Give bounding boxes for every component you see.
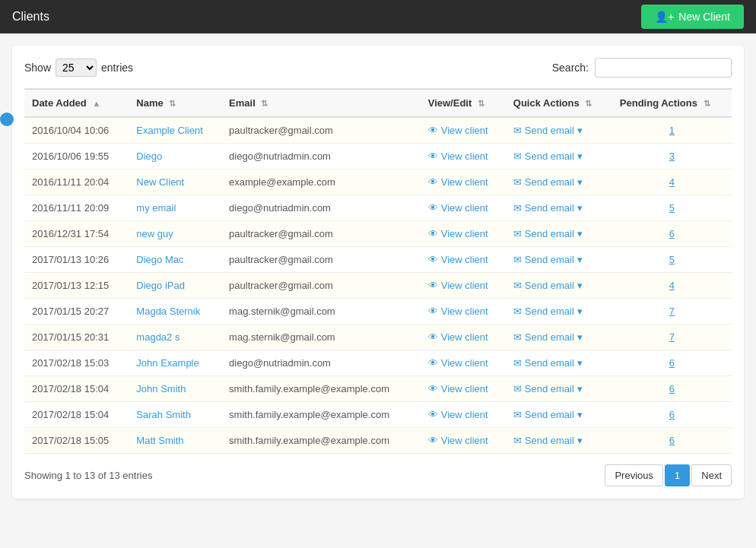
pending-count-link[interactable]: 6 bbox=[620, 383, 724, 394]
send-email-button[interactable]: ✉ Send email ▾ bbox=[513, 202, 583, 214]
client-name-link[interactable]: John Smith bbox=[136, 383, 186, 394]
client-name-link[interactable]: my email bbox=[136, 202, 176, 214]
send-email-button[interactable]: ✉ Send email ▾ bbox=[513, 409, 583, 420]
send-email-button[interactable]: ✉ Send email ▾ bbox=[513, 306, 583, 317]
view-client-button[interactable]: 👁 View client bbox=[428, 280, 488, 291]
col-pending-actions[interactable]: Pending Actions ⇅ bbox=[612, 89, 732, 117]
cell-view-edit: 👁 View client bbox=[421, 299, 506, 325]
pending-count-link[interactable]: 5 bbox=[620, 202, 724, 214]
client-name-link[interactable]: Diego iPad bbox=[136, 280, 185, 291]
dropdown-icon: ▾ bbox=[577, 306, 583, 317]
pending-count-link[interactable]: 5 bbox=[620, 254, 724, 265]
cell-date: 2016/11/11 20:09 bbox=[24, 195, 129, 221]
cell-date: 2017/01/13 12:15 bbox=[24, 273, 129, 299]
next-button[interactable]: Next bbox=[691, 464, 732, 486]
sidebar-indicator bbox=[0, 112, 14, 126]
entries-label: entries bbox=[101, 62, 133, 74]
client-name-link[interactable]: Diego Mac bbox=[136, 254, 183, 265]
send-email-button[interactable]: ✉ Send email ▾ bbox=[513, 125, 583, 136]
send-email-button[interactable]: ✉ Send email ▾ bbox=[513, 228, 583, 239]
view-client-button[interactable]: 👁 View client bbox=[428, 306, 488, 317]
eye-icon: 👁 bbox=[428, 306, 438, 317]
col-email[interactable]: Email ⇅ bbox=[221, 89, 421, 117]
cell-name: Example Client bbox=[129, 117, 221, 144]
send-email-button[interactable]: ✉ Send email ▾ bbox=[513, 280, 583, 291]
dropdown-icon: ▾ bbox=[577, 254, 583, 265]
col-quick-actions[interactable]: Quick Actions ⇅ bbox=[506, 89, 612, 117]
cell-pending-actions: 3 bbox=[612, 144, 732, 169]
view-client-button[interactable]: 👁 View client bbox=[428, 228, 488, 239]
send-email-button[interactable]: ✉ Send email ▾ bbox=[513, 254, 583, 265]
client-name-link[interactable]: Matt Smith bbox=[136, 435, 183, 446]
email-icon: ✉ bbox=[513, 409, 522, 420]
email-icon: ✉ bbox=[513, 357, 522, 369]
cell-view-edit: 👁 View client bbox=[421, 247, 506, 273]
send-email-button[interactable]: ✉ Send email ▾ bbox=[513, 331, 583, 343]
dropdown-icon: ▾ bbox=[577, 383, 583, 394]
cell-quick-actions: ✉ Send email ▾ bbox=[506, 273, 612, 299]
pending-count-link[interactable]: 7 bbox=[620, 306, 724, 317]
dropdown-icon: ▾ bbox=[577, 150, 583, 162]
view-client-label: View client bbox=[441, 435, 488, 446]
view-client-button[interactable]: 👁 View client bbox=[428, 176, 488, 188]
pending-count-link[interactable]: 6 bbox=[620, 409, 724, 420]
cell-view-edit: 👁 View client bbox=[421, 350, 506, 376]
cell-view-edit: 👁 View client bbox=[421, 221, 506, 247]
view-client-button[interactable]: 👁 View client bbox=[428, 150, 488, 162]
cell-email: mag.sternik@gmail.com bbox=[221, 299, 421, 325]
view-client-label: View client bbox=[441, 202, 488, 214]
send-email-button[interactable]: ✉ Send email ▾ bbox=[513, 357, 583, 369]
col-pending-actions-label: Pending Actions bbox=[620, 97, 697, 109]
client-name-link[interactable]: magda2 s bbox=[136, 331, 179, 343]
dropdown-icon: ▾ bbox=[577, 176, 583, 188]
view-client-button[interactable]: 👁 View client bbox=[428, 331, 488, 343]
table-row: 2017/02/18 15:04 Sarah Smith smith.famil… bbox=[24, 402, 732, 428]
client-name-link[interactable]: John Example bbox=[136, 357, 199, 369]
new-client-button[interactable]: 👤+ New Client bbox=[641, 5, 744, 29]
pending-count-link[interactable]: 1 bbox=[620, 125, 724, 136]
send-email-label: Send email bbox=[525, 254, 574, 265]
entries-select[interactable]: 10 25 50 100 bbox=[56, 59, 97, 77]
pending-count-link[interactable]: 6 bbox=[620, 435, 724, 446]
cell-name: Diego iPad bbox=[129, 273, 221, 299]
view-client-button[interactable]: 👁 View client bbox=[428, 383, 488, 394]
view-client-label: View client bbox=[441, 383, 488, 394]
view-client-button[interactable]: 👁 View client bbox=[428, 202, 488, 214]
client-name-link[interactable]: Example Client bbox=[136, 125, 202, 136]
pending-count-link[interactable]: 6 bbox=[620, 357, 724, 369]
cell-view-edit: 👁 View client bbox=[421, 169, 506, 195]
col-date-added[interactable]: Date Added ▲ bbox=[24, 89, 129, 117]
send-email-button[interactable]: ✉ Send email ▾ bbox=[513, 176, 583, 188]
previous-button[interactable]: Previous bbox=[605, 464, 663, 486]
send-email-button[interactable]: ✉ Send email ▾ bbox=[513, 150, 583, 162]
view-client-button[interactable]: 👁 View client bbox=[428, 254, 488, 265]
send-email-button[interactable]: ✉ Send email ▾ bbox=[513, 383, 583, 394]
view-client-label: View client bbox=[441, 306, 488, 317]
col-name[interactable]: Name ⇅ bbox=[129, 89, 221, 117]
client-name-link[interactable]: Diego bbox=[136, 150, 162, 162]
pending-count-link[interactable]: 3 bbox=[620, 150, 724, 162]
cell-pending-actions: 6 bbox=[612, 376, 732, 402]
search-input[interactable] bbox=[595, 58, 732, 78]
pending-count-link[interactable]: 7 bbox=[620, 331, 724, 343]
view-client-button[interactable]: 👁 View client bbox=[428, 125, 488, 136]
email-icon: ✉ bbox=[513, 306, 522, 317]
view-client-button[interactable]: 👁 View client bbox=[428, 409, 488, 420]
pending-count-link[interactable]: 4 bbox=[620, 176, 724, 188]
pending-count-link[interactable]: 4 bbox=[620, 280, 724, 291]
col-view-edit[interactable]: View/Edit ⇅ bbox=[421, 89, 506, 117]
view-client-button[interactable]: 👁 View client bbox=[428, 435, 488, 446]
pending-count-link[interactable]: 6 bbox=[620, 228, 724, 239]
view-client-button[interactable]: 👁 View client bbox=[428, 357, 488, 369]
email-icon: ✉ bbox=[513, 150, 522, 162]
showing-info: Showing 1 to 13 of 13 entries bbox=[24, 470, 152, 481]
eye-icon: 👁 bbox=[428, 150, 438, 162]
page-1-button[interactable]: 1 bbox=[665, 464, 690, 486]
cell-name: John Smith bbox=[129, 376, 221, 402]
cell-date: 2016/10/04 10:06 bbox=[24, 117, 129, 144]
client-name-link[interactable]: Magda Sternik bbox=[136, 306, 200, 317]
client-name-link[interactable]: New Client bbox=[136, 176, 184, 188]
client-name-link[interactable]: Sarah Smith bbox=[136, 409, 191, 420]
client-name-link[interactable]: new guy bbox=[136, 228, 173, 239]
send-email-button[interactable]: ✉ Send email ▾ bbox=[513, 435, 583, 446]
